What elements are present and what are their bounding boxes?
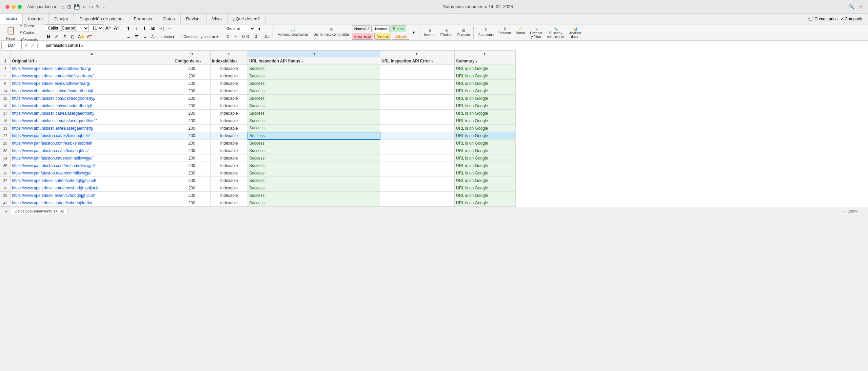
cell-status[interactable]: Success (248, 192, 380, 199)
share-icon[interactable]: ↗ (859, 4, 863, 10)
cell-error[interactable] (380, 65, 455, 72)
cell-code[interactable]: 200 (173, 147, 211, 154)
cell-indexable[interactable]: Indexable (211, 140, 248, 147)
merge-center-button[interactable]: ⊞ Combinar y centrar ▾ (177, 34, 220, 40)
sort-filter-button[interactable]: ⇅Ordenary filtrar (528, 26, 545, 39)
cell-status[interactable]: Success (248, 65, 380, 72)
tab-dibujar[interactable]: Dibujar (49, 14, 74, 24)
styles-expand[interactable]: ▾ (410, 29, 418, 36)
tab-datos[interactable]: Datos (158, 14, 181, 24)
cell-error[interactable] (380, 192, 455, 199)
number-format-expand[interactable]: ▾ (256, 25, 263, 32)
cell-url[interactable]: https://www.apeledesel.com/en/cvbndghjgh… (11, 184, 173, 192)
autosum-button[interactable]: ΣAutosuma (476, 26, 496, 39)
cell-error[interactable] (380, 140, 455, 147)
zoom-in-button[interactable]: + (859, 208, 865, 215)
redo-icon[interactable]: ↪ (89, 4, 93, 10)
cell-url[interactable]: https://www.abtuniolasti.cat/cat/asdgtrd… (11, 87, 173, 95)
cell-indexable[interactable]: Indexable (211, 65, 248, 72)
formula-input[interactable] (42, 42, 867, 49)
cell-status[interactable]: Success (248, 154, 380, 162)
cell-url[interactable]: https://www.panfalustob.com/es/bxsnbqbfe… (11, 140, 173, 147)
cell-code[interactable]: 200 (173, 65, 211, 72)
header-a[interactable]: Original Url ▾ (11, 57, 173, 65)
header-d[interactable]: URL Inspection API Status ▾ (248, 57, 380, 65)
style-normal2[interactable]: Normal 2 (352, 25, 372, 32)
cell-status[interactable]: Success (248, 117, 380, 125)
cell-code[interactable]: 200 (173, 95, 211, 102)
cell-url[interactable]: https://www.apeledesel.es/en/cvbndghjghj… (11, 192, 173, 199)
refresh-icon[interactable]: ↻ (96, 4, 100, 10)
font-grow-button[interactable]: A⁺ (104, 24, 112, 32)
cell-summary[interactable]: URL is on Google (455, 80, 516, 87)
cell-error[interactable] (380, 169, 455, 177)
conditional-format-button[interactable]: 📊 Formato condicional (276, 26, 310, 39)
cell-code[interactable]: 200 (173, 132, 211, 140)
analyze-data-button[interactable]: 📊Analizardatos (567, 26, 583, 39)
cell-code[interactable]: 200 (173, 80, 211, 87)
cell-error[interactable] (380, 80, 455, 87)
layers-icon[interactable]: ⊞ (67, 4, 71, 10)
cell-url[interactable]: https://www.panfalustob.es/es/bxsnbqbfel… (11, 147, 173, 154)
cell-status[interactable]: Success (248, 132, 380, 140)
cell-indexable[interactable]: Indexable (211, 199, 248, 207)
cell-status[interactable]: Success (248, 125, 380, 132)
style-incorrecto[interactable]: Incorrecto (352, 33, 373, 40)
cell-summary[interactable]: URL is on Google (455, 87, 516, 95)
cell-url[interactable]: https://www.apeledesel.cat/en/cvbndghjgh… (11, 177, 173, 184)
cell-code[interactable]: 200 (173, 169, 211, 177)
paste-button[interactable]: 📋 (4, 24, 17, 37)
find-select-button[interactable]: 🔍Buscar yseleccionar (545, 26, 567, 39)
cell-error[interactable] (380, 154, 455, 162)
percent-button[interactable]: % (232, 33, 239, 40)
cell-url[interactable]: https://www.apeledesel.com/es/adfvwerfea… (11, 72, 173, 80)
cell-indexable[interactable]: Indexable (211, 117, 248, 125)
cell-summary[interactable]: URL is on Google (455, 132, 516, 140)
cell-indexable[interactable]: Indexable (211, 184, 248, 192)
maximize-button[interactable] (18, 5, 22, 9)
cell-url[interactable]: https://www.abtuniolasti.com/cat/asdgtrd… (11, 95, 173, 102)
sheet-area[interactable]: A B C D E F 1 Original Url ▾ Código de r… (0, 50, 868, 207)
fill-button[interactable]: ⬇Rellenar (496, 26, 513, 39)
cell-url[interactable]: https://www.apeledesel.cat/es/adfvwerfea… (11, 65, 173, 72)
indent-decrease-button[interactable]: |← (165, 24, 173, 32)
cell-indexable[interactable]: Indexable (211, 162, 248, 169)
cell-status[interactable]: Success (248, 177, 380, 184)
clear-button[interactable]: 🧹Borrar (514, 26, 527, 39)
format-cells-button[interactable]: ⊟Formato (455, 27, 472, 38)
cell-summary[interactable]: URL is on Google (455, 140, 516, 147)
cell-url[interactable]: https://www.apeledesel.cat/en/cvbndhjdnr… (11, 199, 173, 207)
cell-url[interactable]: https://www.abtuniolasti.com/es/asergaed… (11, 117, 173, 125)
cell-indexable[interactable]: Indexable (211, 110, 248, 117)
col-header-e[interactable]: E (380, 51, 455, 57)
underline-button[interactable]: S (61, 33, 68, 40)
cell-summary[interactable]: URL is on Google (455, 65, 516, 72)
cell-url[interactable]: https://www.abtuniolasti.cat/es/asergaed… (11, 110, 173, 117)
cell-error[interactable] (380, 110, 455, 117)
cell-code[interactable]: 200 (173, 72, 211, 80)
header-e[interactable]: URL Inspection API Error ▾ (380, 57, 455, 65)
cell-code[interactable]: 200 (173, 177, 211, 184)
cancel-formula-icon[interactable]: ✗ (24, 43, 28, 48)
align-middle-button[interactable]: ↕ (133, 24, 140, 32)
cell-indexable[interactable]: Indexable (211, 154, 248, 162)
cell-url[interactable]: https://www.apeledesel.es/es/adfvwerfear… (11, 80, 173, 87)
cell-error[interactable] (380, 147, 455, 154)
col-header-f[interactable]: F (455, 51, 516, 57)
font-family-select[interactable]: Calibri (Cuerpo) (45, 24, 89, 32)
style-neutral[interactable]: Neutral (374, 33, 391, 40)
save-icon[interactable]: 💾 (74, 4, 80, 10)
cell-status[interactable]: Success (248, 169, 380, 177)
cell-summary[interactable]: URL is on Google (455, 154, 516, 162)
cell-summary[interactable]: URL is on Google (455, 169, 516, 177)
cell-code[interactable]: 200 (173, 125, 211, 132)
cell-status[interactable]: Success (248, 95, 380, 102)
sheet-tab-active[interactable]: Datos posicionamiento 14_02 (11, 208, 67, 214)
cell-code[interactable]: 200 (173, 110, 211, 117)
cell-code[interactable]: 200 (173, 192, 211, 199)
cell-error[interactable] (380, 184, 455, 192)
cell-status[interactable]: Success (248, 140, 380, 147)
cell-status[interactable]: Success (248, 110, 380, 117)
cell-summary[interactable]: URL is on Google (455, 147, 516, 154)
cell-code[interactable]: 200 (173, 184, 211, 192)
